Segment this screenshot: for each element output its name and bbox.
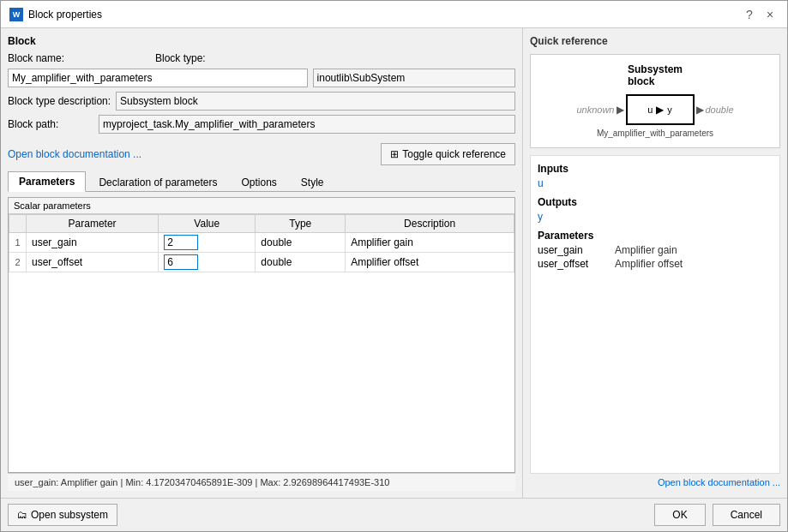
- open-doc-link[interactable]: Open block documentation ...: [8, 148, 141, 160]
- title-bar: W Block properties ? ×: [1, 1, 787, 28]
- row-parameter: user_gain: [27, 233, 159, 253]
- tabs-bar: Parameters Declaration of parameters Opt…: [8, 170, 515, 192]
- row-num: 1: [9, 233, 27, 253]
- table-row: 2 user_offset double Amplifier offset: [9, 253, 514, 272]
- params-content: Scalar parameters Parameter Value Type D…: [8, 197, 515, 473]
- cancel-button[interactable]: Cancel: [713, 504, 780, 526]
- block-desc-row: Block type description:: [8, 92, 515, 111]
- open-subsystem-button[interactable]: 🗂 Open subsystem: [8, 504, 117, 526]
- block-path-row: Block path:: [8, 115, 515, 134]
- qr-param-name: user_offset: [538, 258, 606, 270]
- table-header-row: Parameter Value Type Description: [9, 215, 514, 233]
- block-name-row: Block name: Block type:: [8, 52, 515, 64]
- params-table: Parameter Value Type Description 1 user_…: [9, 214, 514, 272]
- scalar-params-group: Scalar parameters Parameter Value Type D…: [8, 197, 515, 473]
- dialog-title: Block properties: [28, 9, 102, 21]
- status-bar: user_gain: Amplifier gain | Min: 4.17203…: [8, 473, 515, 491]
- block-path-input: [99, 115, 515, 134]
- param-value-input[interactable]: [164, 254, 198, 270]
- toggle-quick-ref-label: Toggle quick reference: [402, 148, 506, 160]
- col-value: Value: [159, 215, 256, 233]
- qr-inputs-value: u: [538, 177, 773, 189]
- footer-right: OK Cancel: [654, 504, 780, 526]
- qr-open-doc-link[interactable]: Open block documentation ...: [530, 474, 780, 491]
- qr-block-row: unknown ▶ u ▶ y ▶ double: [539, 94, 771, 125]
- row-description: Amplifier offset: [346, 253, 514, 272]
- row-parameter: user_offset: [27, 253, 159, 272]
- help-button[interactable]: ?: [741, 6, 758, 23]
- tab-options[interactable]: Options: [230, 171, 287, 192]
- tab-parameters[interactable]: Parameters: [8, 171, 86, 192]
- qr-outputs-heading: Outputs: [538, 196, 773, 208]
- dialog-footer: 🗂 Open subsystem OK Cancel: [1, 498, 787, 531]
- close-button[interactable]: ×: [761, 6, 779, 23]
- ok-button[interactable]: OK: [654, 504, 705, 526]
- block-name-input-row: [8, 69, 515, 87]
- quick-ref-diagram: Subsystem block unknown ▶ u ▶ y ▶ double…: [530, 54, 780, 148]
- row-num: 2: [9, 253, 27, 272]
- qr-arrow-out: ▶: [696, 104, 704, 116]
- row-value[interactable]: [159, 233, 256, 253]
- block-properties-dialog: W Block properties ? × Block Block name:…: [0, 0, 788, 532]
- row-type: double: [256, 233, 346, 253]
- col-num: [9, 215, 27, 233]
- toggle-quick-ref-button[interactable]: ⊞ Toggle quick reference: [381, 143, 515, 165]
- left-panel: Block Block name: Block type: Block type…: [1, 28, 523, 498]
- row-value[interactable]: [159, 253, 256, 272]
- dialog-body: Block Block name: Block type: Block type…: [1, 28, 787, 498]
- open-subsystem-label: Open subsystem: [31, 509, 108, 521]
- qr-params-list: user_gainAmplifier gainuser_offsetAmplif…: [538, 244, 773, 270]
- right-panel: Quick reference Subsystem block unknown …: [523, 28, 787, 498]
- tab-style[interactable]: Style: [290, 171, 335, 192]
- title-bar-controls: ? ×: [741, 6, 779, 23]
- block-section-label: Block: [8, 35, 515, 47]
- table-row: 1 user_gain double Amplifier gain: [9, 233, 514, 253]
- qr-block-box: u ▶ y: [626, 94, 695, 125]
- qr-param-name: user_gain: [538, 244, 606, 256]
- qr-param-desc: Amplifier gain: [615, 244, 677, 256]
- col-type: Type: [256, 215, 346, 233]
- qr-port-in-name: u: [647, 105, 653, 115]
- quick-ref-title: Quick reference: [530, 35, 780, 47]
- qr-parameters-heading: Parameters: [538, 230, 773, 242]
- qr-param-desc: Amplifier offset: [615, 258, 683, 270]
- row-type: double: [256, 253, 346, 272]
- col-description: Description: [346, 215, 514, 233]
- app-icon: W: [9, 8, 23, 21]
- row-description: Amplifier gain: [346, 233, 514, 253]
- block-desc-label: Block type description:: [8, 95, 111, 107]
- qr-param-row: user_gainAmplifier gain: [538, 244, 773, 256]
- qr-arrow-in: ▶: [617, 104, 624, 116]
- block-name-label: Block name:: [8, 52, 93, 64]
- qr-inputs-heading: Inputs: [538, 163, 773, 175]
- scalar-params-label: Scalar parameters: [9, 198, 514, 214]
- qr-param-row: user_offsetAmplifier offset: [538, 258, 773, 270]
- block-type-label: Block type:: [155, 52, 241, 64]
- qr-outputs-value: y: [538, 211, 773, 223]
- qr-subsystem-label: Subsystem block: [628, 63, 683, 87]
- qr-block-name: My_amplifier_with_parameters: [597, 129, 713, 138]
- open-subsystem-icon: 🗂: [17, 509, 27, 521]
- toolbar-row: Open block documentation ... ⊞ Toggle qu…: [8, 143, 515, 165]
- block-name-input[interactable]: [8, 69, 308, 87]
- param-value-input[interactable]: [164, 235, 198, 250]
- quick-ref-info: Inputs u Outputs y Parameters user_gainA…: [530, 155, 780, 474]
- qr-port-in-label: unknown: [576, 105, 614, 115]
- tab-declaration[interactable]: Declaration of parameters: [87, 171, 228, 192]
- block-type-input: [313, 69, 515, 87]
- params-table-wrapper: Parameter Value Type Description 1 user_…: [9, 214, 514, 472]
- qr-port-out-label: double: [706, 105, 734, 115]
- quick-ref-icon: ⊞: [390, 148, 399, 160]
- block-section: Block Block name: Block type: Block type…: [8, 35, 515, 138]
- qr-port-out-name: y: [667, 105, 672, 115]
- title-bar-left: W Block properties: [9, 8, 102, 21]
- footer-left: 🗂 Open subsystem: [8, 504, 117, 526]
- status-text: user_gain: Amplifier gain | Min: 4.17203…: [15, 477, 389, 487]
- block-desc-input: [116, 92, 515, 111]
- col-parameter: Parameter: [27, 215, 159, 233]
- block-path-label: Block path:: [8, 118, 93, 130]
